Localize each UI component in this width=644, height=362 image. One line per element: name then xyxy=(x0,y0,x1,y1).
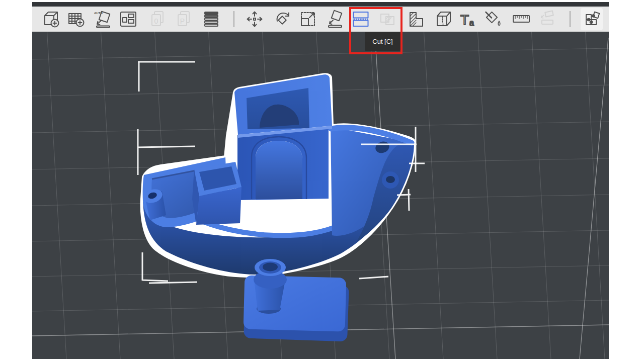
benchy-model[interactable] xyxy=(142,74,414,276)
split-objects-label: 0 xyxy=(154,17,158,25)
rotate-button[interactable] xyxy=(271,8,293,30)
text-shape-button[interactable]: T a xyxy=(456,8,478,30)
scene-canvas[interactable] xyxy=(32,2,609,359)
toolbar-separator xyxy=(233,11,234,27)
arrange-button[interactable] xyxy=(117,8,139,30)
cut-tooltip: Cut [C] xyxy=(365,32,400,51)
add-object-button[interactable] xyxy=(40,8,62,30)
viewport-top-strip xyxy=(32,2,609,7)
assembly-button[interactable] xyxy=(536,8,558,30)
split-view-puzzle-button[interactable] xyxy=(581,8,603,30)
cut-tooltip-text: Cut [C] xyxy=(372,38,392,45)
cabin-doorway-interior xyxy=(256,141,302,199)
variable-layer-height-button[interactable] xyxy=(200,8,222,30)
seam-paint-button[interactable] xyxy=(433,8,455,30)
cargo-box xyxy=(192,162,242,225)
lay-on-face-button[interactable] xyxy=(324,8,346,30)
move-button[interactable] xyxy=(244,8,266,30)
color-paint-button[interactable] xyxy=(482,8,505,30)
split-to-parts-button[interactable]: P xyxy=(174,8,196,30)
support-paint-button[interactable] xyxy=(405,8,427,30)
hawse-hole xyxy=(386,176,395,183)
scale-button[interactable] xyxy=(297,8,319,30)
auto-orient-button[interactable]: AUTO xyxy=(92,8,114,30)
viewport-3d[interactable]: AUTO 0 P xyxy=(32,2,609,359)
measure-button[interactable] xyxy=(510,8,532,30)
cut-button[interactable] xyxy=(350,8,372,30)
toolbar: AUTO 0 P xyxy=(32,7,609,32)
mesh-boolean-button[interactable] xyxy=(376,8,398,30)
split-to-objects-button[interactable]: 0 xyxy=(147,8,170,30)
text-tool-T: T xyxy=(460,12,469,28)
toolbar-separator xyxy=(570,11,571,27)
add-plate-button[interactable] xyxy=(65,8,87,30)
split-parts-label: P xyxy=(180,17,185,25)
text-tool-a: a xyxy=(469,19,474,27)
